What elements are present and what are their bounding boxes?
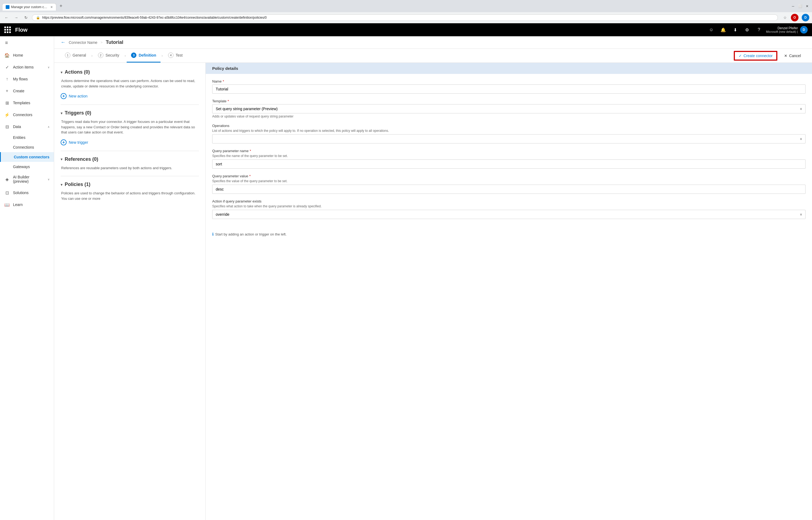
- query-param-name-required-star: *: [250, 149, 251, 153]
- create-connector-button[interactable]: ✓ Create connector: [734, 51, 777, 61]
- sidebar-label-ai-builder: AI Builder (preview): [13, 175, 44, 184]
- left-panel: ▾ Actions (0) Actions determine the oper…: [54, 63, 206, 520]
- new-trigger-button[interactable]: + New trigger: [61, 139, 199, 145]
- sidebar-label-data: Data: [13, 125, 44, 129]
- sidebar-item-connections[interactable]: Connections: [0, 142, 54, 152]
- sidebar-item-action-items[interactable]: ✓ Action items ∨: [0, 61, 54, 73]
- checkmark-icon: ✓: [739, 54, 742, 58]
- new-action-button[interactable]: + New action: [61, 93, 199, 99]
- settings-icon-button[interactable]: ⚙: [742, 25, 752, 35]
- tab-test[interactable]: 4 Test: [164, 49, 187, 62]
- info-icon: ℹ: [212, 232, 214, 236]
- star-icon[interactable]: ☆: [782, 15, 788, 20]
- tab-general[interactable]: 1 General: [61, 49, 90, 62]
- sidebar-item-create[interactable]: + Create: [0, 85, 54, 97]
- user-avatar[interactable]: D: [800, 26, 808, 33]
- address-bar[interactable]: 🔒 https://preview.flow.microsoft.com/man…: [32, 14, 778, 21]
- help-icon-button[interactable]: ?: [754, 25, 764, 35]
- template-select[interactable]: Set query string parameter (Preview): [212, 104, 806, 113]
- browser-address-bar: ← → ↻ 🔒 https://preview.flow.microsoft.c…: [0, 12, 812, 23]
- smiley-icon-button[interactable]: ☺: [706, 25, 716, 35]
- sidebar-label-home: Home: [13, 53, 50, 57]
- browser-profile-blue[interactable]: D: [802, 14, 809, 21]
- create-icon: +: [4, 88, 10, 94]
- create-connector-label: Create connector: [743, 54, 772, 58]
- header-right: ☺ 🔔 ⬇ ⚙ ? Denzel Pfeifer Microsoft (new …: [706, 25, 808, 35]
- sidebar-item-custom-connectors[interactable]: Custom connectors: [0, 152, 54, 162]
- step-number-2: 2: [98, 53, 103, 58]
- user-info[interactable]: Denzel Pfeifer Microsoft (new default) (…: [766, 26, 808, 33]
- sidebar-label-gateways: Gateways: [13, 164, 30, 169]
- browser-tabs: Manage your custom connectors ✕ +: [2, 2, 65, 10]
- tab-definition[interactable]: 3 Definition: [127, 49, 160, 62]
- actions-section-title: Actions (0): [65, 69, 90, 75]
- operations-label: Operations: [212, 124, 806, 128]
- operations-select[interactable]: [212, 134, 806, 144]
- url-text[interactable]: https://preview.flow.microsoft.com/manag…: [42, 16, 774, 20]
- close-button[interactable]: ✕: [805, 3, 810, 9]
- download-icon-button[interactable]: ⬇: [730, 25, 740, 35]
- tab-security[interactable]: 2 Security: [94, 49, 124, 62]
- triggers-section-header[interactable]: ▾ Triggers (0): [61, 110, 199, 116]
- references-section-header[interactable]: ▾ References (0): [61, 156, 199, 162]
- sidebar-item-home[interactable]: 🏠 Home: [0, 49, 54, 61]
- cancel-button[interactable]: ✕ Cancel: [780, 51, 806, 60]
- sidebar-item-data[interactable]: ⊟ Data ∧: [0, 121, 54, 133]
- template-label: Template *: [212, 99, 806, 103]
- sidebar-item-entities[interactable]: Entities: [0, 133, 54, 142]
- top-nav: ← Connector Name > Tutorial: [54, 36, 812, 49]
- bell-icon-button[interactable]: 🔔: [718, 25, 728, 35]
- step-tabs-right: ✓ Create connector ✕ Cancel: [734, 51, 806, 61]
- minimize-button[interactable]: ─: [790, 3, 796, 9]
- query-param-name-input[interactable]: [212, 159, 806, 168]
- action-if-exists-form-group: Action if query parameter exists Specifi…: [212, 199, 806, 219]
- sidebar-item-solutions[interactable]: ⊡ Solutions: [0, 187, 54, 199]
- template-select-wrapper: Set query string parameter (Preview) ∨: [212, 104, 806, 113]
- connectors-icon: ⚡: [4, 112, 10, 118]
- name-input[interactable]: [212, 84, 806, 94]
- actions-section-desc: Actions determine the operations that us…: [61, 78, 199, 89]
- policies-chevron-icon: ▾: [61, 182, 62, 187]
- ai-builder-icon: ◈: [4, 177, 10, 182]
- maximize-button[interactable]: ⬜: [797, 3, 803, 9]
- tab-general-label: General: [73, 53, 86, 57]
- content-body: ▾ Actions (0) Actions determine the oper…: [54, 63, 812, 520]
- tab-close-button[interactable]: ✕: [50, 5, 53, 9]
- sidebar-label-my-flows: My flows: [13, 77, 50, 81]
- back-button[interactable]: ←: [61, 40, 66, 45]
- forward-nav-button[interactable]: →: [12, 14, 20, 21]
- step-tabs: 1 General › 2 Security › 3 Definition ›: [54, 49, 812, 63]
- lock-icon: 🔒: [36, 16, 40, 20]
- tab-favicon: [6, 5, 9, 9]
- sidebar-item-my-flows[interactable]: ↑ My flows: [0, 73, 54, 85]
- action-if-exists-label: Action if query parameter exists: [212, 199, 806, 203]
- sidebar-menu-button[interactable]: ≡: [0, 36, 13, 49]
- step-number-3: 3: [131, 53, 136, 58]
- waffle-icon[interactable]: [4, 27, 11, 33]
- sidebar-label-action-items: Action items: [13, 65, 44, 69]
- sidebar-item-learn[interactable]: 📖 Learn: [0, 199, 54, 211]
- sidebar: ≡ 🏠 Home ✓ Action items ∨ ↑ My flows + C…: [0, 36, 54, 520]
- browser-profile-red[interactable]: O: [791, 14, 798, 21]
- new-action-label: New action: [69, 94, 87, 98]
- browser-chrome: Manage your custom connectors ✕ + ─ ⬜ ✕ …: [0, 0, 812, 23]
- actions-chevron-icon: ▾: [61, 70, 62, 74]
- refresh-button[interactable]: ↻: [22, 14, 30, 21]
- templates-icon: ⊞: [4, 100, 10, 106]
- new-tab-button[interactable]: +: [57, 2, 65, 10]
- browser-active-tab[interactable]: Manage your custom connectors ✕: [2, 3, 56, 10]
- right-panel: Policy details Name *: [206, 63, 812, 520]
- actions-section-header[interactable]: ▾ Actions (0): [61, 69, 199, 75]
- query-param-name-label: Query parameter name *: [212, 149, 806, 153]
- policies-section-header[interactable]: ▾ Policies (1): [61, 182, 199, 187]
- back-nav-button[interactable]: ←: [3, 14, 10, 21]
- sidebar-item-templates[interactable]: ⊞ Templates: [0, 97, 54, 109]
- references-divider: [61, 176, 199, 176]
- info-row: ℹ Start by adding an action or trigger o…: [206, 230, 812, 238]
- sidebar-item-connectors[interactable]: ⚡ Connectors: [0, 109, 54, 121]
- query-param-value-input[interactable]: [212, 185, 806, 194]
- sidebar-item-gateways[interactable]: Gateways: [0, 162, 54, 172]
- action-if-exists-select[interactable]: override: [212, 210, 806, 219]
- app-logo: Flow: [15, 27, 28, 33]
- sidebar-item-ai-builder[interactable]: ◈ AI Builder (preview) ∨: [0, 172, 54, 187]
